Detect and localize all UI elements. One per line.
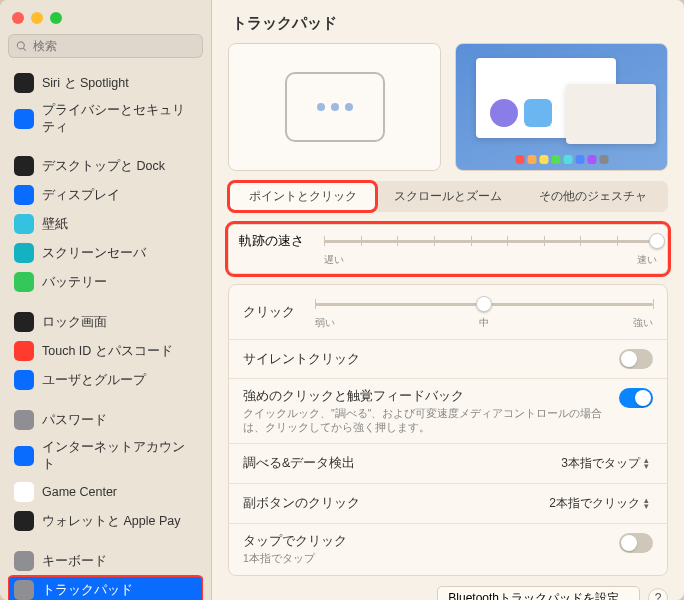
lookup-value: 3本指でタップ	[561, 455, 640, 472]
tab-point-click[interactable]: ポイントとクリック	[230, 183, 375, 210]
sidebar-item[interactable]: 壁紙	[8, 210, 203, 238]
sidebar-item[interactable]: ユーザとグループ	[8, 366, 203, 394]
chevron-updown-icon: ▴▾	[644, 458, 649, 469]
settings-window: Siri と Spotlightプライバシーとセキュリティデスクトップと Doc…	[0, 0, 684, 600]
close-icon[interactable]	[12, 12, 24, 24]
help-button[interactable]: ?	[648, 588, 668, 600]
click-strong-label: 強い	[633, 316, 653, 330]
preview-row	[228, 43, 668, 171]
search-field[interactable]	[8, 34, 203, 58]
content: ポイントとクリック スクロールとズーム その他のジェスチャ 軌跡の速さ 遅い	[212, 43, 684, 600]
sidebar-item-label: Siri と Spotlight	[42, 75, 129, 92]
tap-to-click-row: タップでクリック 1本指でタップ	[229, 524, 667, 575]
lookup-popup[interactable]: 3本指でタップ ▴▾	[557, 453, 653, 474]
tabs: ポイントとクリック スクロールとズーム その他のジェスチャ	[228, 181, 668, 212]
sidebar-item[interactable]: ディスプレイ	[8, 181, 203, 209]
bluetooth-trackpad-button[interactable]: Bluetoothトラックパッドを設定...	[437, 586, 640, 600]
sidebar-item-icon	[14, 185, 34, 205]
sidebar-item-label: ユーザとグループ	[42, 372, 146, 389]
tab-more-gestures[interactable]: その他のジェスチャ	[521, 183, 666, 210]
tracking-slow-label: 遅い	[324, 253, 344, 267]
sidebar-item-icon	[14, 109, 34, 129]
sidebar-item-icon	[14, 551, 34, 571]
sidebar-item[interactable]: スクリーンセーバ	[8, 239, 203, 267]
tracking-speed-row: 軌跡の速さ 遅い 速い	[228, 224, 668, 274]
sidebar-item[interactable]: Game Center	[8, 478, 203, 506]
tab-scroll-zoom[interactable]: スクロールとズーム	[375, 183, 520, 210]
sidebar-item[interactable]: インターネットアカウント	[8, 435, 203, 477]
sidebar-item[interactable]: バッテリー	[8, 268, 203, 296]
sidebar-list: Siri と Spotlightプライバシーとセキュリティデスクトップと Doc…	[8, 68, 203, 600]
sidebar-item-icon	[14, 341, 34, 361]
sidebar-item-label: ウォレットと Apple Pay	[42, 513, 180, 530]
minimize-icon[interactable]	[31, 12, 43, 24]
sidebar-item-icon	[14, 312, 34, 332]
sidebar-item-label: トラックパッド	[42, 582, 133, 599]
lookup-label: 調べる&データ検出	[243, 455, 355, 472]
force-click-row: 強めのクリックと触覚フィードバック クイックルック、"調べる"、および可変速度メ…	[229, 379, 667, 444]
sidebar-item-icon	[14, 156, 34, 176]
search-input[interactable]	[33, 39, 195, 53]
tracking-speed-slider[interactable]: 遅い 速い	[324, 231, 657, 267]
sidebar-item-icon	[14, 243, 34, 263]
click-mid-label: 中	[479, 316, 489, 330]
sidebar-item[interactable]: キーボード	[8, 547, 203, 575]
force-click-desc: クイックルック、"調べる"、および可変速度メディアコントロールの場合は、クリック…	[243, 407, 619, 434]
secondary-click-value: 2本指でクリック	[549, 495, 640, 512]
sidebar-item-label: スクリーンセーバ	[42, 245, 146, 262]
click-slider[interactable]: 弱い 中 強い	[315, 294, 653, 330]
click-weak-label: 弱い	[315, 316, 335, 330]
sidebar-item-icon	[14, 370, 34, 390]
sidebar-item[interactable]: パスワード	[8, 406, 203, 434]
force-click-toggle[interactable]	[619, 388, 653, 408]
sidebar-item-label: ロック画面	[42, 314, 107, 331]
sidebar-item[interactable]: ウォレットと Apple Pay	[8, 507, 203, 535]
trackpad-preview	[228, 43, 441, 171]
sidebar: Siri と Spotlightプライバシーとセキュリティデスクトップと Doc…	[0, 0, 212, 600]
force-click-label: 強めのクリックと触覚フィードバック	[243, 388, 619, 405]
footer-row: Bluetoothトラックパッドを設定... ?	[228, 586, 668, 600]
tap-to-click-desc: 1本指でタップ	[243, 552, 619, 566]
silent-click-label: サイレントクリック	[243, 351, 360, 368]
sidebar-item[interactable]: デスクトップと Dock	[8, 152, 203, 180]
silent-click-row: サイレントクリック	[229, 340, 667, 379]
sidebar-item[interactable]: Siri と Spotlight	[8, 69, 203, 97]
sidebar-item-label: Touch ID とパスコード	[42, 343, 173, 360]
sidebar-item-icon	[14, 410, 34, 430]
trackpad-icon	[285, 72, 385, 142]
sidebar-item-label: プライバシーとセキュリティ	[42, 102, 197, 136]
search-icon	[16, 40, 28, 53]
sidebar-item-label: デスクトップと Dock	[42, 158, 165, 175]
sidebar-item-icon	[14, 482, 34, 502]
sidebar-item-label: インターネットアカウント	[42, 439, 197, 473]
sidebar-item-icon	[14, 511, 34, 531]
zoom-icon[interactable]	[50, 12, 62, 24]
sidebar-item-label: 壁紙	[42, 216, 68, 233]
tap-to-click-toggle[interactable]	[619, 533, 653, 553]
sidebar-item-label: パスワード	[42, 412, 107, 429]
lookup-row: 調べる&データ検出 3本指でタップ ▴▾	[229, 444, 667, 484]
sidebar-item-icon	[14, 580, 34, 600]
sidebar-item-label: キーボード	[42, 553, 107, 570]
secondary-click-popup[interactable]: 2本指でクリック ▴▾	[545, 493, 653, 514]
desktop-preview	[455, 43, 668, 171]
sidebar-item-label: Game Center	[42, 485, 117, 499]
secondary-click-label: 副ボタンのクリック	[243, 495, 360, 512]
sidebar-item[interactable]: トラックパッド	[8, 576, 203, 600]
tracking-speed-label: 軌跡の速さ	[239, 231, 304, 250]
sidebar-item-icon	[14, 214, 34, 234]
sidebar-item-icon	[14, 446, 34, 466]
sidebar-item-label: バッテリー	[42, 274, 107, 291]
silent-click-toggle[interactable]	[619, 349, 653, 369]
main-pane: トラックパッド	[212, 0, 684, 600]
chevron-updown-icon: ▴▾	[644, 498, 649, 509]
click-label: クリック	[243, 304, 295, 321]
sidebar-item-icon	[14, 73, 34, 93]
click-row: クリック 弱い 中 強い	[229, 285, 667, 340]
page-title: トラックパッド	[212, 0, 684, 43]
sidebar-item[interactable]: プライバシーとセキュリティ	[8, 98, 203, 140]
sidebar-item[interactable]: ロック画面	[8, 308, 203, 336]
sidebar-item[interactable]: Touch ID とパスコード	[8, 337, 203, 365]
settings-panel: クリック 弱い 中 強い	[228, 284, 668, 576]
sidebar-item-icon	[14, 272, 34, 292]
